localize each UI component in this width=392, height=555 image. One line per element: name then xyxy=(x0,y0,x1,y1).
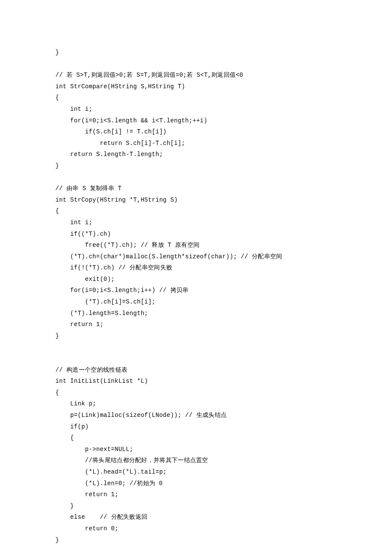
code-page: } // 若 S>T,则返回值>0;若 S=T,则返回值=0;若 S<T,则返回… xyxy=(0,0,392,555)
code-block: } // 若 S>T,则返回值>0;若 S=T,则返回值=0;若 S<T,则返回… xyxy=(55,49,282,543)
